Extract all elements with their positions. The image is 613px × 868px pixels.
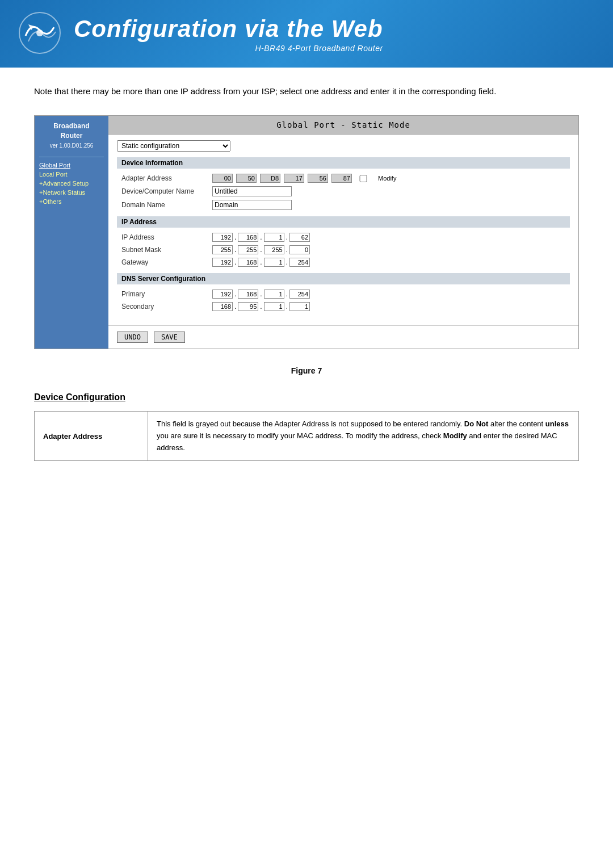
modify-checkbox[interactable] xyxy=(353,175,373,182)
ip-address-table: IP Address . . . xyxy=(117,231,570,269)
ip-octet-3[interactable] xyxy=(264,233,284,242)
device-config-table: Adapter Address This field is grayed out… xyxy=(34,411,579,461)
sidebar-item-network-status[interactable]: +Network Status xyxy=(39,189,104,196)
page-header: Configuration via the Web H-BR49 4-Port … xyxy=(0,0,613,68)
sec-dns-octet-3[interactable] xyxy=(264,302,284,311)
sidebar-router-title: Broadband Router ver 1.00.D01.256 xyxy=(50,121,94,150)
sec-dns-octet-4[interactable] xyxy=(289,302,310,311)
subnet-octet-4[interactable] xyxy=(289,245,310,254)
domain-name-row: Domain Name xyxy=(117,198,570,212)
sec-dns-octet-2[interactable] xyxy=(238,302,258,311)
undo-button[interactable]: UNDO xyxy=(117,332,148,343)
adapter-address-description: This field is grayed out because the Ada… xyxy=(148,412,579,461)
secondary-dns-value: . . . xyxy=(208,300,570,313)
ip-address-label: IP Address xyxy=(117,231,208,244)
ip-address-row: IP Address . . . xyxy=(117,231,570,244)
ip-octet-2[interactable] xyxy=(238,233,258,242)
ip-address-value: . . . xyxy=(208,231,570,244)
dns-header: DNS Server Configuration xyxy=(117,273,570,284)
computer-name-value xyxy=(208,184,570,198)
main-content: Note that there may be more than one IP … xyxy=(0,68,613,478)
adapter-address-label: Adapter Address xyxy=(117,172,208,184)
header-title: Configuration via the Web xyxy=(74,15,383,43)
primary-dns-row: Primary . . . xyxy=(117,288,570,300)
computer-name-label: Device/Computer Name xyxy=(117,184,208,198)
config-body: Static configuration DHCP PPPoE Device I… xyxy=(108,135,578,323)
computer-name-row: Device/Computer Name xyxy=(117,184,570,198)
device-info-header: Device Information xyxy=(117,157,570,169)
pri-dns-octet-4[interactable] xyxy=(289,290,310,299)
computer-name-input[interactable] xyxy=(212,186,292,196)
device-config-title: Device Configuration xyxy=(34,392,579,402)
gw-octet-1[interactable] xyxy=(212,258,233,267)
adapter-octet-3[interactable] xyxy=(260,174,280,183)
ip-octet-4[interactable] xyxy=(289,233,310,242)
config-area: Global Port - Static Mode Static configu… xyxy=(108,116,578,349)
adapter-address-value: Modify xyxy=(208,172,570,184)
gw-octet-3[interactable] xyxy=(264,258,284,267)
subnet-mask-row: Subnet Mask . . . xyxy=(117,244,570,256)
gateway-value: . . . xyxy=(208,256,570,269)
sidebar-item-advanced-setup[interactable]: +Advanced Setup xyxy=(39,180,104,187)
ip-address-header: IP Address xyxy=(117,216,570,228)
subnet-octet-2[interactable] xyxy=(238,245,258,254)
config-header: Global Port - Static Mode xyxy=(108,116,578,135)
secondary-dns-row: Secondary . . . xyxy=(117,300,570,313)
gw-octet-2[interactable] xyxy=(238,258,258,267)
subnet-octet-3[interactable] xyxy=(264,245,284,254)
sidebar-item-others[interactable]: +Others xyxy=(39,198,104,205)
svg-point-1 xyxy=(36,30,43,36)
gateway-label: Gateway xyxy=(117,256,208,269)
primary-dns-value: . . . xyxy=(208,288,570,300)
config-panel: Broadband Router ver 1.00.D01.256 Global… xyxy=(34,115,579,349)
save-button[interactable]: SAVE xyxy=(154,332,185,343)
domain-name-label: Domain Name xyxy=(117,198,208,212)
header-text: Configuration via the Web H-BR49 4-Port … xyxy=(74,15,383,53)
intro-text: Note that there may be more than one IP … xyxy=(34,85,579,98)
pri-dns-octet-1[interactable] xyxy=(212,290,233,299)
buttons-row: UNDO SAVE xyxy=(108,325,578,349)
adapter-address-desc-row: Adapter Address This field is grayed out… xyxy=(35,412,579,461)
pri-dns-octet-3[interactable] xyxy=(264,290,284,299)
header-subtitle: H-BR49 4-Port Broadband Router xyxy=(74,44,383,53)
gw-octet-4[interactable] xyxy=(289,258,310,267)
logo-icon xyxy=(17,10,62,57)
sidebar: Broadband Router ver 1.00.D01.256 Global… xyxy=(35,116,108,349)
adapter-octet-2[interactable] xyxy=(236,174,257,183)
gateway-row: Gateway . . . xyxy=(117,256,570,269)
adapter-address-field-label: Adapter Address xyxy=(35,412,148,461)
sidebar-item-global-port[interactable]: Global Port xyxy=(39,162,104,169)
adapter-octet-1[interactable] xyxy=(212,174,233,183)
figure-caption: Figure 7 xyxy=(34,366,579,375)
secondary-dns-label: Secondary xyxy=(117,300,208,313)
adapter-address-row: Adapter Address xyxy=(117,172,570,184)
adapter-octet-5[interactable] xyxy=(308,174,328,183)
sidebar-item-local-port[interactable]: Local Port xyxy=(39,171,104,178)
ip-octet-1[interactable] xyxy=(212,233,233,242)
sec-dns-octet-1[interactable] xyxy=(212,302,233,311)
primary-dns-label: Primary xyxy=(117,288,208,300)
dns-table: Primary . . . xyxy=(117,288,570,313)
device-info-table: Adapter Address xyxy=(117,172,570,212)
pri-dns-octet-2[interactable] xyxy=(238,290,258,299)
modify-label: Modify xyxy=(378,175,396,182)
domain-name-value xyxy=(208,198,570,212)
config-mode-select[interactable]: Static configuration DHCP PPPoE xyxy=(117,140,230,152)
subnet-octet-1[interactable] xyxy=(212,245,233,254)
adapter-octet-4[interactable] xyxy=(284,174,304,183)
subnet-mask-value: . . . xyxy=(208,244,570,256)
config-dropdown-row: Static configuration DHCP PPPoE xyxy=(117,140,570,152)
adapter-octet-6[interactable] xyxy=(331,174,352,183)
subnet-mask-label: Subnet Mask xyxy=(117,244,208,256)
domain-name-input[interactable] xyxy=(212,200,292,210)
